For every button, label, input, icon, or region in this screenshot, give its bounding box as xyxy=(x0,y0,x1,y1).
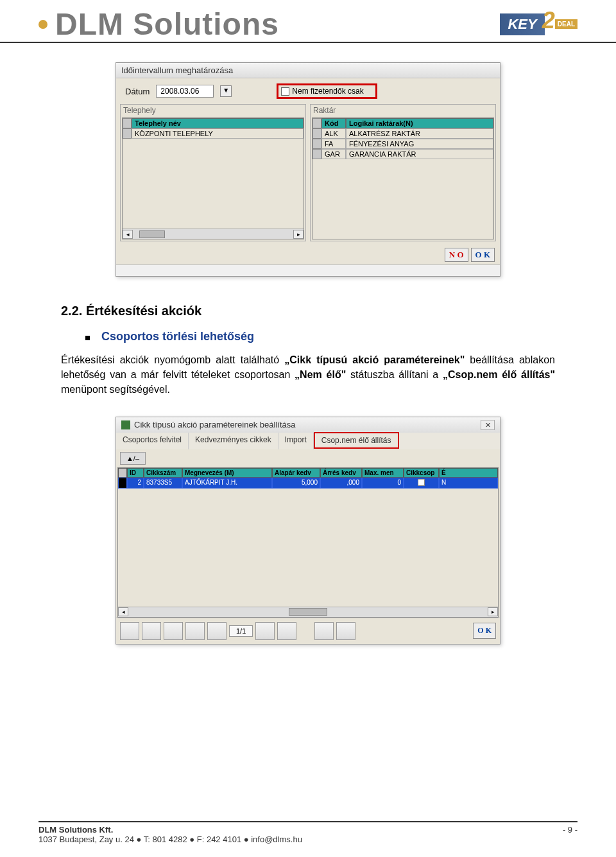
cell-maxqty: 0 xyxy=(362,478,404,489)
para-bold: „Cikk típusú akció paramétereinek" xyxy=(284,354,465,365)
scroll-right-icon[interactable]: ▸ xyxy=(488,607,498,616)
col-name: Megnevezés (M) xyxy=(182,468,272,478)
h-scrollbar[interactable]: ◂ ▸ xyxy=(123,229,304,239)
warehouse-grid[interactable]: Kód Logikai raktárak(N) ALK ALKATRÉSZ RA… xyxy=(312,117,494,239)
bullet-item: Csoportos törlési lehetőség xyxy=(85,330,555,343)
help-button[interactable] xyxy=(120,622,139,640)
bullet-icon xyxy=(85,336,90,340)
grid-toolbar: 1/1 O K xyxy=(116,618,500,644)
checkbox-icon[interactable] xyxy=(418,479,425,486)
table-row[interactable]: KÖZPONTI TELEPHELY xyxy=(123,128,304,139)
key-number: 2 xyxy=(542,7,555,34)
section-heading: 2.2. Értékesítési akciók xyxy=(61,304,555,318)
row-indicator xyxy=(312,118,321,128)
key-label: KEY xyxy=(500,13,544,35)
scroll-left-icon[interactable]: ◂ xyxy=(118,607,128,616)
tab-import[interactable]: Import xyxy=(278,433,314,449)
next-page-button[interactable] xyxy=(255,622,275,640)
site-name-cell: KÖZPONTI TELEPHELY xyxy=(132,128,304,139)
scroll-thumb[interactable] xyxy=(139,230,165,238)
row-indicator xyxy=(312,149,321,159)
cell-group xyxy=(404,478,439,489)
dialog-statusbar xyxy=(116,264,500,276)
row-indicator xyxy=(312,128,321,139)
date-label: Dátum xyxy=(125,87,150,96)
col-itemno: Cikkszám xyxy=(144,468,182,478)
deal-label: DEAL xyxy=(555,19,578,29)
table-row[interactable]: FA FÉNYEZÉSI ANYAG xyxy=(312,139,493,149)
not-payable-checkbox-group: Nem fizetendők csak xyxy=(277,83,377,99)
tab-group-inactive[interactable]: Csop.nem élő állítás xyxy=(314,432,399,449)
date-dropdown-button[interactable]: ▼ xyxy=(220,85,232,97)
row-indicator xyxy=(118,478,127,489)
site-grid[interactable]: Telephely név KÖZPONTI TELEPHELY ◂ ▸ xyxy=(122,117,304,239)
table-row[interactable]: 2 83733S5 AJTÓKÁRPIT J.H. 5,000 ,000 0 N xyxy=(118,478,498,489)
name-cell: GARANCIA RAKTÁR xyxy=(346,149,493,159)
page-footer: DLM Solutions Kft. 1037 Budapest, Zay u.… xyxy=(38,821,578,844)
sort-button[interactable] xyxy=(314,622,334,640)
ok-button[interactable]: O K xyxy=(471,248,495,262)
list-button[interactable] xyxy=(142,622,161,640)
filter-toggle-button[interactable]: ▲/– xyxy=(120,452,146,465)
scroll-left-icon[interactable]: ◂ xyxy=(123,230,133,239)
title-text: Cikk típusú akció paramétereinek beállít… xyxy=(134,420,295,429)
paragraph: Értékesítési akciók nyomógomb alatt talá… xyxy=(61,352,555,397)
col-baseprice: Alapár kedv xyxy=(272,468,320,478)
no-button[interactable]: N O xyxy=(445,248,468,262)
tab-bar: Csoportos felvitel Kedvezményes cikkek I… xyxy=(116,433,500,449)
params-dialog: Cikk típusú akció paramétereinek beállít… xyxy=(116,417,501,645)
grid-body: ◂ ▸ xyxy=(118,489,498,617)
name-cell: ALKATRÉSZ RAKTÁR xyxy=(346,128,493,139)
cell-itemno: 83733S5 xyxy=(144,478,182,489)
para-text: Értékesítési akciók nyomógomb alatt talá… xyxy=(61,354,284,365)
para-text: menüpont segítségével. xyxy=(61,384,170,395)
dialog-buttons: N O O K xyxy=(116,245,500,264)
grid-header: ID Cikkszám Megnevezés (M) Alapár kedv Á… xyxy=(118,468,498,478)
row-indicator xyxy=(118,468,127,478)
scroll-right-icon[interactable]: ▸ xyxy=(293,230,304,239)
lists-row: Telephely Telephely név KÖZPONTI TELEPHE… xyxy=(116,104,500,245)
company-address: 1037 Budapest, Zay u. 24 ● T: 801 4282 ●… xyxy=(38,835,302,844)
not-payable-checkbox[interactable] xyxy=(281,87,289,96)
date-input[interactable]: 2008.03.06 xyxy=(156,85,214,98)
first-page-button[interactable] xyxy=(185,622,205,640)
logo: DLM Solutions xyxy=(38,6,279,42)
items-grid[interactable]: ID Cikkszám Megnevezés (M) Alapár kedv Á… xyxy=(117,467,499,618)
h-scrollbar[interactable]: ◂ ▸ xyxy=(118,607,498,617)
cell-baseprice: 5,000 xyxy=(272,478,320,489)
scroll-thumb[interactable] xyxy=(289,608,327,616)
site-panel: Telephely Telephely név KÖZPONTI TELEPHE… xyxy=(120,104,306,241)
row-indicator xyxy=(123,118,132,128)
tab-discount-items[interactable]: Kedvezményes cikkek xyxy=(189,433,278,449)
close-button[interactable]: ✕ xyxy=(481,420,495,430)
tab-group-upload[interactable]: Csoportos felvitel xyxy=(116,433,189,449)
ok-button[interactable]: O K xyxy=(473,623,496,639)
warehouse-grid-header: Kód Logikai raktárak(N) xyxy=(312,118,493,128)
prev-page-button[interactable] xyxy=(207,622,227,640)
code-header: Kód xyxy=(321,118,346,128)
col-id: ID xyxy=(127,468,144,478)
filter-button[interactable] xyxy=(164,622,183,640)
company-name: DLM Solutions Kft. xyxy=(38,825,302,835)
col-maxqty: Max. men xyxy=(362,468,404,478)
key2deal-logo: KEY 2 DEAL xyxy=(500,11,578,38)
code-cell: ALK xyxy=(321,128,346,139)
code-cell: GAR xyxy=(321,149,346,159)
copy-button[interactable] xyxy=(336,622,355,640)
warehouse-panel: Raktár Kód Logikai raktárak(N) ALK ALKAT… xyxy=(310,104,496,241)
row-indicator xyxy=(123,128,132,139)
interval-dialog: Időintervallum meghatározása Dátum 2008.… xyxy=(116,62,501,277)
name-cell: FÉNYEZÉSI ANYAG xyxy=(346,139,493,149)
last-page-button[interactable] xyxy=(277,622,296,640)
page-number: - 9 - xyxy=(563,825,578,844)
table-row[interactable]: GAR GARANCIA RAKTÁR xyxy=(312,149,493,159)
code-cell: FA xyxy=(321,139,346,149)
page-indicator: 1/1 xyxy=(229,625,253,637)
table-row[interactable]: ALK ALKATRÉSZ RAKTÁR xyxy=(312,128,493,139)
logo-text: DLM Solutions xyxy=(55,6,279,42)
cell-name: AJTÓKÁRPIT J.H. xyxy=(182,478,272,489)
cell-active: N xyxy=(439,478,498,489)
site-caption: Telephely xyxy=(121,105,305,116)
date-row: Dátum 2008.03.06 ▼ Nem fizetendők csak xyxy=(116,78,500,104)
logo-bullet-icon xyxy=(38,20,47,29)
